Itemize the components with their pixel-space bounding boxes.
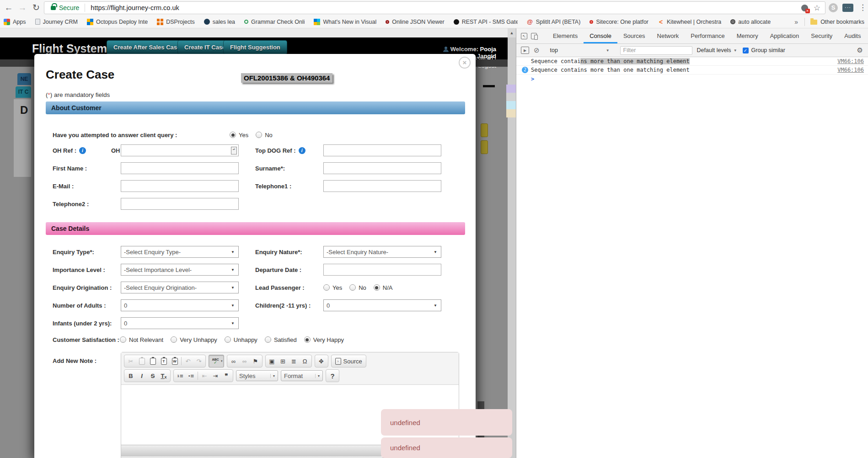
radio-dot[interactable] [349,284,356,291]
bookmark-sales-lea[interactable]: sales lea [204,19,235,25]
importance-select[interactable]: -Select Importance Level-▼ [121,264,239,276]
radio-attempted-yes[interactable]: Yes [230,132,248,138]
bookmark-splitit-api[interactable]: @SplitIt API (BETA) [527,19,581,25]
tab-performance[interactable]: Performance [685,28,730,43]
tab-sources[interactable]: Sources [617,28,651,43]
telephone2-input[interactable] [121,198,239,210]
close-icon[interactable]: × [459,57,471,69]
redo-icon[interactable]: ↷ [193,356,204,367]
radio-satisfied[interactable]: Satisfied [265,336,297,343]
url-text[interactable]: https://flight.journey-crm.co.uk [91,4,801,11]
table-icon[interactable]: ⊞ [278,356,289,367]
remove-format-icon[interactable]: Tx [158,370,169,381]
forward-button[interactable]: → [16,2,28,14]
cut-icon[interactable]: ✂ [125,356,136,367]
numbered-list-icon[interactable]: 1≡ [175,370,186,381]
bookmark-apps[interactable]: Apps [4,19,26,25]
unlink-icon[interactable]: ∞ [239,356,250,367]
infants-select[interactable]: 0▼ [121,317,239,329]
settings-gear-icon[interactable]: ⚙ [857,46,863,54]
bookmark-journey-crm[interactable]: Journey CRM [35,19,78,25]
device-toolbar-button[interactable] [531,28,537,43]
create-after-sales-case-button[interactable]: Create After Sales Case [107,40,187,54]
first-name-input[interactable] [121,162,239,174]
radio-dot[interactable] [374,284,380,291]
special-char-icon[interactable]: Ω [300,356,311,367]
image-icon[interactable]: ▣ [267,356,278,367]
maximize-icon[interactable]: ✥ [316,356,327,367]
departure-date-input[interactable] [323,264,441,276]
top-dog-input[interactable] [323,144,441,156]
tab-elements[interactable]: Elements [547,28,584,43]
telephone1-input[interactable] [323,180,441,192]
toast-notification[interactable]: undefined [381,437,512,458]
bookmark-dsprojects[interactable]: DSProjects [157,19,195,25]
radio-dot[interactable] [230,132,236,138]
tab-network[interactable]: Network [651,28,685,43]
bold-icon[interactable]: B [125,370,136,381]
outdent-icon[interactable]: ⇤ [199,370,210,381]
bookmark-sitecore[interactable]: Sitecore: One platfor [589,19,648,25]
source-link[interactable]: VM66:106 [837,67,864,73]
enquiry-nature-select[interactable]: -Select Enquiry Nature-▼ [323,246,441,258]
radio-dot[interactable] [304,336,311,343]
paste-word-icon[interactable]: W [169,356,180,367]
styles-dropdown[interactable]: Styles▾ [236,370,278,381]
inspect-element-button[interactable]: ↖ [521,28,527,43]
bookmark-star-icon[interactable]: ☆ [814,3,820,13]
radio-attempted-no[interactable]: No [256,132,273,138]
radio-not-relevant[interactable]: Not Relevant [120,336,163,343]
indent-icon[interactable]: ⇥ [210,370,221,381]
tab-audits[interactable]: Audits [838,28,867,43]
surname-input[interactable] [323,162,441,174]
group-similar-checkbox[interactable]: ✓ [743,48,749,53]
radio-dot[interactable] [120,336,126,343]
browser-menu-icon[interactable]: ⋮ [859,2,866,13]
flight-suggestion-button[interactable]: Flight Suggestion [223,40,287,54]
tab-application[interactable]: Application [764,28,805,43]
background-tab-ne[interactable]: NE [17,73,31,85]
radio-dot[interactable] [265,336,271,343]
source-link[interactable]: VM66:106 [837,58,864,64]
link-icon[interactable]: ∞ [228,356,239,367]
spellcheck-button[interactable]: ABC✓ ▾ [209,355,224,367]
bookmark-auto-allocate[interactable]: auto allocate [730,19,771,25]
bookmark-online-json-viewer[interactable]: Online JSON Viewer [386,19,444,25]
reload-button[interactable]: ↻ [30,2,42,14]
default-levels-dropdown[interactable]: Default levels▼ [697,47,737,53]
source-button[interactable]: ›Source [331,355,366,367]
enquiry-type-select[interactable]: -Select Enquiry Type-▼ [121,246,239,258]
adults-select[interactable]: 0▼ [121,299,239,311]
radio-very-unhappy[interactable]: Very Unhappy [171,336,217,343]
copy-icon[interactable] [136,356,147,367]
console-prompt-row[interactable]: > [516,75,868,83]
tab-memory[interactable]: Memory [731,28,764,43]
format-dropdown[interactable]: Format▾ [281,370,323,381]
radio-lead-na[interactable]: N/A [374,284,393,291]
children-select[interactable]: 0▼ [323,299,441,311]
background-tab-it[interactable]: IT C [16,86,31,98]
scroll-up-arrow[interactable]: ▲ [508,28,516,37]
horizontal-rule-icon[interactable]: ≣ [289,356,300,367]
paste-text-icon[interactable]: T [158,356,169,367]
radio-dot[interactable] [171,336,177,343]
bookmark-octopus-deploy[interactable]: Octopus Deploy Inte [87,19,148,25]
bookmark-grammar-check[interactable]: Grammar Check Onli [244,19,305,25]
strikethrough-icon[interactable]: S [147,370,158,381]
skype-extension-icon[interactable]: S [829,3,838,12]
stepper-icon[interactable]: ▴▾ [231,147,237,154]
tab-console[interactable]: Console [584,28,617,43]
context-selector[interactable]: top▼ [550,47,610,53]
bookmarks-overflow-chevron[interactable]: » [794,18,798,26]
oh-ref-input[interactable]: ▴▾ [121,144,239,156]
undo-icon[interactable]: ↶ [182,356,193,367]
blockquote-icon[interactable]: ❞ [221,370,232,381]
clear-console-icon[interactable]: ⊘ [534,46,540,54]
radio-dot[interactable] [256,132,262,138]
toast-notification[interactable]: undefined [381,409,512,436]
paste-icon[interactable] [147,356,158,367]
page-scrollbar[interactable]: ▲ [508,28,516,458]
bullet-list-icon[interactable]: •≡ [186,370,197,381]
origination-select[interactable]: -Select Enquiry Origination-▼ [121,282,239,293]
address-bar[interactable]: Secure https://flight.journey-crm.co.uk … [44,1,825,14]
